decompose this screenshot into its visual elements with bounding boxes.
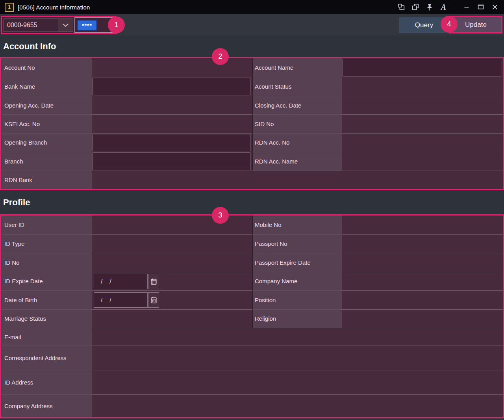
opening-acc-date-label: Opening Acc. Date (1, 96, 92, 114)
passport-no-value (342, 234, 503, 253)
calendar-icon[interactable] (148, 274, 159, 289)
account-status-label: Acount Status (252, 77, 342, 95)
passport-expire-date-value (342, 253, 503, 272)
table-row: Company Address (1, 394, 503, 417)
chevron-down-icon[interactable] (58, 19, 73, 32)
account-dropdown[interactable]: 0000-9655 (4, 19, 73, 32)
maximize-icon[interactable] (476, 3, 485, 12)
account-name-label: Account Name (252, 58, 342, 77)
company-name-label: Company Name (252, 272, 342, 291)
sid-no-label: SID No (252, 114, 342, 133)
annotation-circle-3: 3 (212, 207, 229, 224)
table-row: Opening Branch RDN Acc. No (1, 133, 503, 152)
table-row: Opening Acc. Date Closing Acc. Date (1, 96, 503, 114)
email-value (92, 328, 503, 346)
id-expire-date-value: / / (92, 272, 252, 291)
table-row: Correspondent Address (1, 346, 503, 370)
id-type-label: ID Type (1, 234, 92, 253)
account-name-value (342, 58, 503, 77)
id-no-value (92, 253, 252, 272)
account-no-value (92, 58, 252, 77)
font-icon[interactable]: A (439, 3, 448, 12)
rdn-acc-no-label: RDN Acc. No (252, 133, 342, 152)
close-icon[interactable] (490, 3, 499, 12)
branch-label: Branch (1, 152, 92, 170)
opening-acc-date-value (92, 96, 252, 114)
branch-value (92, 152, 252, 170)
profile-table: User ID Mobile No ID Type Passport No ID… (0, 214, 504, 418)
toolbar: 0000-9655 **** Query Update (0, 14, 504, 35)
rdn-acc-name-value (342, 152, 503, 170)
opening-branch-value (92, 133, 252, 152)
account-info-table: Account No Account Name Bank Name Acount… (0, 57, 504, 190)
annotation-circle-2: 2 (212, 48, 229, 65)
passport-expire-date-label: Passport Expire Date (252, 253, 342, 272)
account-no-label: Account No (1, 58, 92, 77)
id-expire-date-label: ID Expire Date (1, 272, 92, 291)
rdn-acc-name-label: RDN Acc. Name (252, 152, 342, 170)
window-controls: A (397, 3, 499, 12)
correspondent-address-value (92, 346, 503, 370)
table-row: KSEI Acc. No SID No (1, 114, 503, 133)
religion-value (342, 309, 503, 328)
password-selected-text: **** (78, 20, 96, 30)
opening-branch-input[interactable] (93, 134, 250, 151)
id-address-label: ID Address (1, 370, 92, 394)
table-row: Branch RDN Acc. Name (1, 152, 503, 170)
company-name-value (342, 272, 503, 291)
annotation-circle-4: 4 (441, 16, 458, 33)
bank-name-label: Bank Name (1, 77, 92, 95)
rdn-bank-label: RDN Bank (1, 171, 92, 189)
date-of-birth-label: Date of Birth (1, 290, 92, 309)
bank-name-input[interactable] (93, 78, 250, 95)
minimize-icon[interactable] (462, 3, 471, 12)
annotation-circle-1: 1 (108, 17, 125, 33)
position-label: Position (252, 290, 342, 309)
window-title: [0506] Account Information (18, 4, 90, 11)
table-row: ID Address (1, 370, 503, 394)
window-number-badge: 1 (5, 3, 14, 12)
table-row: User ID Mobile No (1, 216, 503, 234)
bank-name-value (92, 77, 252, 95)
dock-window-icon[interactable] (397, 3, 406, 12)
table-row: ID Expire Date / / Company Name (1, 272, 503, 291)
position-value (342, 290, 503, 309)
date-of-birth-value: / / (92, 290, 252, 309)
mobile-no-value (342, 216, 503, 234)
date-of-birth-input[interactable]: / / (94, 292, 148, 308)
marriage-status-label: Marriage Status (1, 309, 92, 328)
passport-no-label: Passport No (252, 234, 342, 253)
id-no-label: ID No (1, 253, 92, 272)
account-login-group: 0000-9655 **** (1, 16, 117, 34)
table-row: Date of Birth / / Position (1, 290, 503, 309)
branch-input[interactable] (93, 152, 250, 170)
account-info-header: Account Info (0, 35, 504, 57)
account-dropdown-value: 0000-9655 (4, 19, 58, 32)
user-id-label: User ID (1, 216, 92, 234)
cascade-windows-icon[interactable] (411, 3, 420, 12)
table-row: Account No Account Name (1, 58, 503, 77)
ksei-acc-no-value (92, 114, 252, 133)
title-bar: 1 [0506] Account Information A (0, 0, 504, 14)
company-address-label: Company Address (1, 394, 92, 417)
calendar-icon[interactable] (148, 292, 159, 308)
table-row: Bank Name Acount Status (1, 77, 503, 95)
account-name-input[interactable] (343, 59, 501, 76)
table-row: ID No Passport Expire Date (1, 253, 503, 272)
rdn-acc-no-value (342, 133, 503, 152)
pin-icon[interactable] (425, 3, 434, 12)
id-expire-date-input[interactable]: / / (94, 274, 148, 289)
account-status-value (342, 77, 503, 95)
marriage-status-value (92, 309, 252, 328)
closing-acc-date-label: Closing Acc. Date (252, 96, 342, 114)
profile-header: Profile (0, 190, 504, 214)
ksei-acc-no-label: KSEI Acc. No (1, 114, 92, 133)
religion-label: Religion (252, 309, 342, 328)
mobile-no-label: Mobile No (252, 216, 342, 234)
id-type-value (92, 234, 252, 253)
rdn-bank-value (92, 171, 503, 189)
table-row: ID Type Passport No (1, 234, 503, 253)
sid-no-value (342, 114, 503, 133)
titlebar-separator (455, 3, 455, 11)
table-row: Marriage Status Religion (1, 309, 503, 328)
